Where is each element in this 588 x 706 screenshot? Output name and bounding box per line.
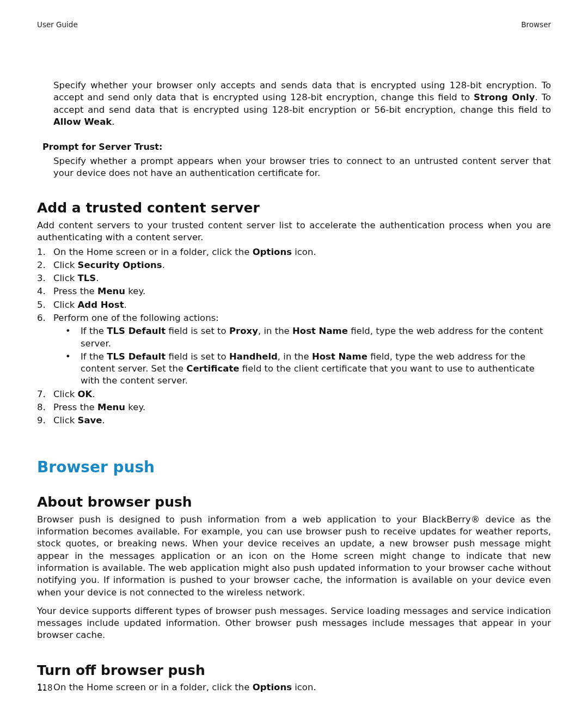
text: , in the <box>258 326 292 336</box>
step-number: 3. <box>37 272 48 284</box>
about-browser-push-p2: Your device supports different types of … <box>37 605 551 642</box>
prompt-server-trust-body: Specify whether a prompt appears when yo… <box>53 155 551 180</box>
tls-default-term: TLS Default <box>107 351 166 362</box>
text: Click <box>53 415 78 425</box>
encryption-text: Specify whether your browser only accept… <box>53 80 551 128</box>
step-8: 8. Press the Menu key. <box>37 401 551 413</box>
step-number: 8. <box>37 401 48 413</box>
step-3: 3. Click TLS. <box>37 272 551 284</box>
host-name-term: Host Name <box>292 326 348 336</box>
text: . <box>124 300 127 310</box>
header-right: Browser <box>521 20 551 29</box>
about-browser-push-heading: About browser push <box>37 493 551 512</box>
text: Perform one of the following actions: <box>53 313 219 323</box>
tls-term: TLS <box>78 273 96 283</box>
text: , in the <box>278 351 312 362</box>
step-5: 5. Click Add Host. <box>37 299 551 311</box>
add-trusted-server-intro: Add content servers to your trusted cont… <box>37 220 551 244</box>
turn-off-browser-push-heading: Turn off browser push <box>37 661 551 680</box>
certificate-term: Certificate <box>186 363 239 374</box>
text: . <box>102 415 105 425</box>
text: Click <box>53 273 78 283</box>
step-7: 7. Click OK. <box>37 388 551 400</box>
turn-off-steps: 1. On the Home screen or in a folder, cl… <box>37 681 551 693</box>
add-host-term: Add Host <box>78 300 124 310</box>
step-number: 2. <box>37 259 48 271</box>
tls-default-term: TLS Default <box>107 326 166 336</box>
ok-term: OK <box>78 389 93 399</box>
text: . <box>92 389 95 399</box>
encryption-paragraph: Specify whether your browser only accept… <box>37 80 551 128</box>
strong-only-term: Strong Only <box>474 92 535 102</box>
step-number: 4. <box>37 285 48 297</box>
security-options-term: Security Options <box>78 260 162 270</box>
text: . <box>96 273 99 283</box>
step-6: 6. Perform one of the following actions:… <box>37 312 551 387</box>
step-number: 1. <box>37 246 48 258</box>
text: Press the <box>53 402 97 412</box>
menu-term: Menu <box>97 402 125 412</box>
step-9: 9. Click Save. <box>37 415 551 427</box>
step-number: 7. <box>37 388 48 400</box>
page-header: User Guide Browser <box>37 20 551 29</box>
bullet-proxy: If the TLS Default field is set to Proxy… <box>53 325 551 350</box>
step-number: 5. <box>37 299 48 311</box>
prompt-server-trust-body-wrap: Specify whether a prompt appears when yo… <box>37 155 551 180</box>
step-number: 6. <box>37 312 48 324</box>
text: key. <box>125 402 145 412</box>
document-page: User Guide Browser Specify whether your … <box>0 0 588 706</box>
browser-push-heading: Browser push <box>37 457 551 478</box>
turn-off-step-1: 1. On the Home screen or in a folder, cl… <box>37 681 551 693</box>
save-term: Save <box>78 415 102 425</box>
text: icon. <box>292 682 316 692</box>
host-name-term: Host Name <box>312 351 367 362</box>
handheld-term: Handheld <box>229 351 278 362</box>
text: If the <box>81 351 107 362</box>
text: . <box>112 117 114 127</box>
options-term: Options <box>253 682 292 692</box>
step-number: 9. <box>37 415 48 427</box>
proxy-term: Proxy <box>229 326 258 336</box>
text: field is set to <box>166 326 229 336</box>
text: Click <box>53 260 78 270</box>
text: If the <box>81 326 107 336</box>
step-1: 1. On the Home screen or in a folder, cl… <box>37 246 551 258</box>
about-browser-push-p1: Browser push is designed to push informa… <box>37 514 551 599</box>
text: Click <box>53 389 78 399</box>
menu-term: Menu <box>97 286 125 296</box>
step-4: 4. Press the Menu key. <box>37 285 551 297</box>
text: On the Home screen or in a folder, click… <box>53 247 253 257</box>
bullet-handheld: If the TLS Default field is set to Handh… <box>53 351 551 387</box>
text: Press the <box>53 286 97 296</box>
step-2: 2. Click Security Options. <box>37 259 551 271</box>
text: . <box>162 260 165 270</box>
text: field is set to <box>166 351 229 362</box>
add-trusted-server-heading: Add a trusted content server <box>37 199 551 217</box>
add-trusted-server-steps: 1. On the Home screen or in a folder, cl… <box>37 246 551 427</box>
step-6-bullets: If the TLS Default field is set to Proxy… <box>53 325 551 387</box>
text: Click <box>53 300 78 310</box>
page-number: 118 <box>37 683 53 693</box>
header-left: User Guide <box>37 20 78 29</box>
options-term: Options <box>253 247 292 257</box>
text: key. <box>125 286 145 296</box>
text: icon. <box>292 247 316 257</box>
allow-weak-term: Allow Weak <box>53 117 112 127</box>
text: On the Home screen or in a folder, click… <box>53 682 253 692</box>
prompt-server-trust-heading: Prompt for Server Trust: <box>42 141 551 153</box>
